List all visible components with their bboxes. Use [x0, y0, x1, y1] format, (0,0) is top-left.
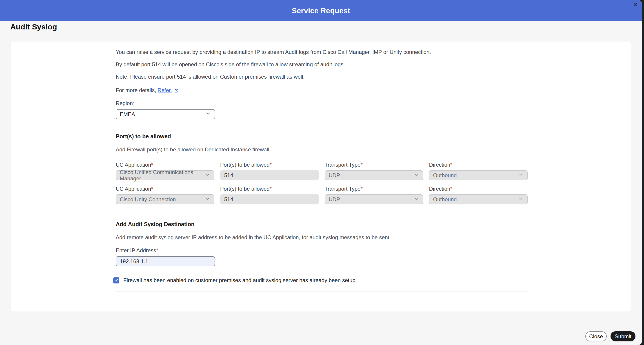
- section-divider: [116, 292, 528, 292]
- direction-select-1[interactable]: Outbound: [429, 170, 528, 180]
- direction-field-1: Direction* Outbound: [429, 162, 528, 180]
- close-icon[interactable]: ✕: [633, 1, 638, 8]
- footer-actions: Close Submit: [585, 331, 636, 342]
- port-field-2: Port(s) to be allowed*: [220, 186, 319, 204]
- port-input-1[interactable]: [220, 170, 319, 180]
- service-request-modal: Service Request ✕ Audit Syslog You can r…: [0, 0, 642, 345]
- port-input-2[interactable]: [220, 194, 319, 204]
- section-divider: [116, 128, 528, 128]
- submit-button[interactable]: Submit: [610, 331, 636, 342]
- required-asterisk: *: [361, 186, 363, 192]
- ip-address-label: Enter IP Address*: [116, 247, 528, 254]
- intro-paragraph-2: By default port 514 will be opened on Ci…: [116, 61, 528, 68]
- more-details-text: For more details,: [116, 86, 156, 94]
- transport-field-1: Transport Type* UDP: [325, 162, 423, 180]
- intro-paragraph-3: Note: Please ensure port 514 is allowed …: [116, 73, 528, 80]
- uc-application-select-2[interactable]: Cisco Unity Connection: [116, 194, 214, 204]
- firewall-checkbox[interactable]: [113, 277, 119, 284]
- port-field-1: Port(s) to be allowed*: [220, 162, 319, 180]
- uc-application-select-1[interactable]: Cisco Unified Communications Manager: [116, 170, 214, 180]
- modal-title: Service Request: [292, 6, 350, 15]
- port-label: Port(s) to be allowed*: [220, 162, 319, 168]
- firewall-checkbox-label[interactable]: Firewall has been enabled on customer pr…: [123, 277, 356, 284]
- required-asterisk: *: [156, 247, 158, 253]
- chevron-down-icon: [414, 172, 419, 179]
- required-asterisk: *: [151, 162, 153, 168]
- external-link-icon[interactable]: [174, 88, 179, 93]
- direction-label: Direction*: [429, 162, 528, 168]
- close-button[interactable]: Close: [585, 331, 607, 342]
- modal-header: Service Request ✕: [0, 0, 642, 21]
- ip-address-input[interactable]: [116, 256, 215, 266]
- region-select-value: EMEA: [120, 111, 135, 117]
- direction-field-2: Direction* Outbound: [429, 186, 528, 204]
- direction-select-2[interactable]: Outbound: [429, 194, 528, 204]
- checkmark-icon: [114, 279, 118, 282]
- form-card: You can raise a service request by provi…: [10, 41, 631, 312]
- section-divider: [116, 216, 528, 216]
- transport-label: Transport Type*: [325, 162, 423, 168]
- transport-field-2: Transport Type* UDP: [325, 186, 423, 204]
- firewall-checkbox-row: Firewall has been enabled on customer pr…: [113, 277, 528, 284]
- ports-section-title: Port(s) to be allowed: [116, 133, 528, 140]
- ports-section-subtitle: Add Firewall port(s) to be allowed on De…: [116, 146, 528, 153]
- required-asterisk: *: [151, 186, 153, 192]
- direction-label: Direction*: [429, 186, 528, 192]
- refer-link[interactable]: Refer.: [158, 86, 172, 94]
- chevron-down-icon: [518, 172, 524, 179]
- required-asterisk: *: [270, 186, 272, 192]
- chevron-down-icon: [205, 172, 210, 179]
- required-asterisk: *: [450, 162, 452, 168]
- required-asterisk: *: [270, 162, 272, 168]
- region-label: Region*: [116, 100, 528, 106]
- more-details-row: For more details, Refer.: [116, 86, 528, 94]
- intro-paragraph-1: You can raise a service request by provi…: [116, 48, 528, 56]
- required-asterisk: *: [133, 100, 135, 106]
- transport-select-1[interactable]: UDP: [325, 170, 423, 180]
- uc-application-field-1: UC Application* Cisco Unified Communicat…: [116, 162, 214, 180]
- chevron-down-icon: [205, 196, 210, 203]
- port-row-1: UC Application* Cisco Unified Communicat…: [116, 162, 528, 180]
- chevron-down-icon: [518, 196, 524, 203]
- page-title: Audit Syslog: [10, 22, 57, 31]
- region-select[interactable]: EMEA: [116, 109, 215, 119]
- uc-application-label: UC Application*: [116, 186, 214, 192]
- chevron-down-icon: [205, 111, 211, 118]
- uc-application-field-2: UC Application* Cisco Unity Connection: [116, 186, 214, 204]
- destination-section-title: Add Audit Syslog Destination: [116, 221, 528, 228]
- required-asterisk: *: [361, 162, 363, 168]
- form-content: You can raise a service request by provi…: [116, 41, 528, 292]
- chevron-down-icon: [414, 196, 419, 203]
- destination-section-subtitle: Add remote audit syslog server IP addres…: [116, 234, 528, 241]
- transport-label: Transport Type*: [325, 186, 423, 192]
- port-row-2: UC Application* Cisco Unity Connection P…: [116, 186, 528, 204]
- uc-application-label: UC Application*: [116, 162, 214, 168]
- required-asterisk: *: [450, 186, 452, 192]
- transport-select-2[interactable]: UDP: [325, 194, 423, 204]
- port-label: Port(s) to be allowed*: [220, 186, 319, 192]
